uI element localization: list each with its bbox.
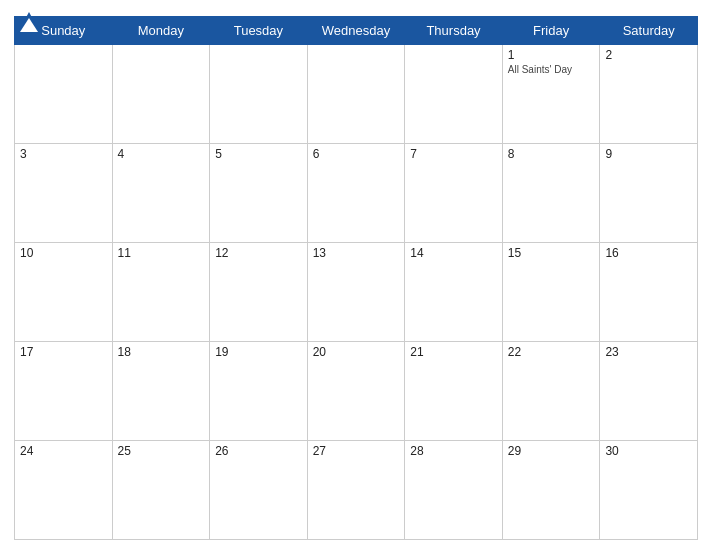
weekday-header-thursday: Thursday bbox=[405, 17, 503, 45]
day-number: 27 bbox=[313, 444, 400, 458]
calendar-cell: 20 bbox=[307, 342, 405, 441]
calendar-cell: 18 bbox=[112, 342, 210, 441]
day-number: 21 bbox=[410, 345, 497, 359]
calendar-cell: 25 bbox=[112, 441, 210, 540]
day-number: 12 bbox=[215, 246, 302, 260]
calendar-cell: 11 bbox=[112, 243, 210, 342]
day-number: 1 bbox=[508, 48, 595, 62]
calendar-cell: 5 bbox=[210, 144, 308, 243]
calendar-cell: 8 bbox=[502, 144, 600, 243]
calendar-cell: 23 bbox=[600, 342, 698, 441]
calendar-cell: 24 bbox=[15, 441, 113, 540]
weekday-header-monday: Monday bbox=[112, 17, 210, 45]
day-number: 23 bbox=[605, 345, 692, 359]
calendar-cell: 6 bbox=[307, 144, 405, 243]
day-number: 19 bbox=[215, 345, 302, 359]
day-number: 11 bbox=[118, 246, 205, 260]
calendar-cell: 9 bbox=[600, 144, 698, 243]
calendar-week-row: 17181920212223 bbox=[15, 342, 698, 441]
day-number: 9 bbox=[605, 147, 692, 161]
calendar-cell: 28 bbox=[405, 441, 503, 540]
calendar-cell bbox=[112, 45, 210, 144]
calendar-cell: 2 bbox=[600, 45, 698, 144]
logo bbox=[14, 10, 47, 40]
calendar-cell: 13 bbox=[307, 243, 405, 342]
calendar-week-row: 1All Saints' Day2 bbox=[15, 45, 698, 144]
calendar-week-row: 3456789 bbox=[15, 144, 698, 243]
day-number: 13 bbox=[313, 246, 400, 260]
calendar-cell: 15 bbox=[502, 243, 600, 342]
calendar-cell: 22 bbox=[502, 342, 600, 441]
day-number: 15 bbox=[508, 246, 595, 260]
event-label: All Saints' Day bbox=[508, 64, 595, 75]
weekday-header-saturday: Saturday bbox=[600, 17, 698, 45]
day-number: 5 bbox=[215, 147, 302, 161]
calendar-cell bbox=[15, 45, 113, 144]
calendar-cell: 19 bbox=[210, 342, 308, 441]
day-number: 6 bbox=[313, 147, 400, 161]
weekday-header-friday: Friday bbox=[502, 17, 600, 45]
calendar-cell: 26 bbox=[210, 441, 308, 540]
calendar-cell: 21 bbox=[405, 342, 503, 441]
day-number: 3 bbox=[20, 147, 107, 161]
day-number: 10 bbox=[20, 246, 107, 260]
generalblue-logo-icon bbox=[14, 10, 44, 40]
calendar-week-row: 10111213141516 bbox=[15, 243, 698, 342]
weekday-header-tuesday: Tuesday bbox=[210, 17, 308, 45]
day-number: 22 bbox=[508, 345, 595, 359]
day-number: 25 bbox=[118, 444, 205, 458]
day-number: 26 bbox=[215, 444, 302, 458]
day-number: 14 bbox=[410, 246, 497, 260]
day-number: 8 bbox=[508, 147, 595, 161]
weekday-header-wednesday: Wednesday bbox=[307, 17, 405, 45]
calendar-cell: 27 bbox=[307, 441, 405, 540]
calendar-cell: 17 bbox=[15, 342, 113, 441]
day-number: 16 bbox=[605, 246, 692, 260]
day-number: 29 bbox=[508, 444, 595, 458]
calendar-cell: 12 bbox=[210, 243, 308, 342]
calendar-body: 1All Saints' Day234567891011121314151617… bbox=[15, 45, 698, 540]
calendar-cell bbox=[405, 45, 503, 144]
calendar-wrapper: SundayMondayTuesdayWednesdayThursdayFrid… bbox=[0, 0, 712, 550]
calendar-cell: 10 bbox=[15, 243, 113, 342]
day-number: 7 bbox=[410, 147, 497, 161]
day-number: 2 bbox=[605, 48, 692, 62]
day-number: 4 bbox=[118, 147, 205, 161]
calendar-cell: 16 bbox=[600, 243, 698, 342]
day-number: 18 bbox=[118, 345, 205, 359]
calendar-table: SundayMondayTuesdayWednesdayThursdayFrid… bbox=[14, 16, 698, 540]
calendar-cell: 4 bbox=[112, 144, 210, 243]
calendar-cell: 7 bbox=[405, 144, 503, 243]
calendar-cell bbox=[307, 45, 405, 144]
calendar-cell bbox=[210, 45, 308, 144]
day-number: 20 bbox=[313, 345, 400, 359]
day-number: 30 bbox=[605, 444, 692, 458]
calendar-week-row: 24252627282930 bbox=[15, 441, 698, 540]
calendar-cell: 30 bbox=[600, 441, 698, 540]
calendar-cell: 1All Saints' Day bbox=[502, 45, 600, 144]
calendar-cell: 29 bbox=[502, 441, 600, 540]
weekday-header-row: SundayMondayTuesdayWednesdayThursdayFrid… bbox=[15, 17, 698, 45]
day-number: 28 bbox=[410, 444, 497, 458]
calendar-cell: 3 bbox=[15, 144, 113, 243]
day-number: 24 bbox=[20, 444, 107, 458]
day-number: 17 bbox=[20, 345, 107, 359]
calendar-cell: 14 bbox=[405, 243, 503, 342]
